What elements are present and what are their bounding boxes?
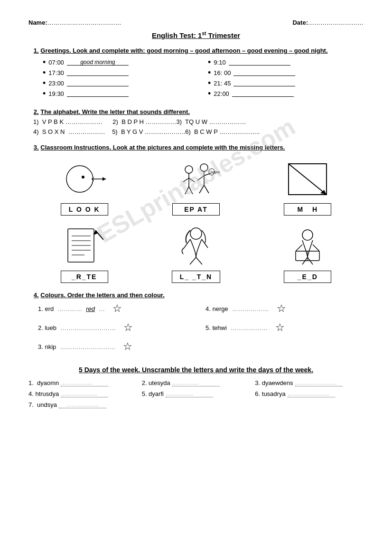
read-label: _E_D — [284, 271, 331, 283]
alpha-row-2: 4) S O X N ……………… 5) B Y G V ………………..6) … — [33, 128, 364, 135]
svg-line-19 — [189, 187, 193, 194]
greetings-right: • 9:10 • 16: 00 • 21: 45 • 22:00 — [208, 58, 364, 100]
day-item-tusadrya: 6. tusadrya …………………… — [255, 390, 364, 397]
colour-item-erd: 1. erd ………… red … ☆ — [38, 302, 187, 315]
write-label: _R_TE — [61, 271, 108, 283]
header-row: Name:……………………………… Date:……………………… — [28, 19, 364, 26]
svg-line-11 — [204, 185, 209, 193]
time-item-910: • 9:10 — [208, 58, 364, 66]
time-item-2145: • 21: 45 — [208, 79, 364, 87]
star-icon-2: ☆ — [123, 321, 133, 334]
picture-read: _E_D — [257, 225, 359, 283]
star-icon-3: ☆ — [123, 340, 132, 353]
picture-look: L O O K — [33, 158, 135, 216]
picture-match: M H — [257, 158, 359, 216]
time-item-1930: • 19:30 — [43, 89, 198, 98]
svg-line-8 — [197, 176, 204, 180]
listen-illustration — [170, 226, 222, 267]
colour-item-lueb: 2. lueb ……………………… ☆ — [38, 321, 187, 334]
day-item-dyaewdens: 3. dyaewdens …………………… — [255, 379, 364, 386]
section-classroom: 3. Classroom Instructions. Look at the p… — [28, 144, 364, 283]
classroom-title: 3. Classroom Instructions. Look at the p… — [28, 144, 364, 151]
svg-line-33 — [196, 257, 202, 264]
time-item-1600: • 16: 00 — [208, 68, 364, 77]
listen-label: L_ _T_N — [172, 271, 220, 283]
greetings-grid: • 07:00 good morning • 17:30 • 23:00 • 1… — [43, 58, 364, 100]
day-item-dyaomn: 1. dyaomn ……………… — [28, 379, 137, 386]
svg-point-0 — [66, 166, 93, 192]
match-label: M H — [284, 203, 331, 216]
read-illustration — [281, 226, 334, 267]
repeat-label: EP AT — [172, 203, 220, 216]
section-colours: 4. Colours. Order the letters and then c… — [28, 292, 364, 357]
picture-listen: L_ _T_N — [145, 225, 247, 283]
svg-line-18 — [185, 187, 189, 194]
page-title: English Test: 1st Trimester — [28, 31, 364, 39]
alpha-row-1: 1) V P B K ……………… 2) B D P H ……………3) TQ … — [33, 118, 364, 125]
greetings-title: 1. Greetings. Look and complete with: go… — [28, 47, 364, 54]
colour-item-tehwi: 5. tehwi ……………… ☆ — [205, 321, 354, 334]
alphabet-content: 1) V P B K ……………… 2) B D P H ……………3) TQ … — [33, 118, 364, 135]
day-item-dyarfi: 5. dyarfi ……………. — [142, 390, 251, 397]
colours-title: 4. Colours. Order the letters and then c… — [28, 292, 364, 299]
days-title: 5 Days of the week. Unscramble the lette… — [28, 366, 364, 374]
svg-line-37 — [296, 245, 302, 251]
section-alphabet: 2. The alphabet. Write the letter that s… — [28, 108, 364, 135]
time-item-0700: • 07:00 good morning — [43, 58, 198, 66]
look-label: L O O K — [61, 203, 108, 216]
svg-point-14 — [185, 166, 193, 173]
svg-line-32 — [190, 257, 196, 264]
time-item-2300: • 23:00 — [43, 79, 198, 87]
star-icon-5: ☆ — [275, 321, 285, 334]
picture-repeat: apple EP AT — [145, 158, 247, 216]
day-item-htrusdya: 4. htrusdya ………………… — [28, 390, 137, 397]
time-item-1730: • 17:30 — [43, 68, 198, 77]
star-icon-4: ☆ — [277, 302, 286, 315]
colour-item-nerge: 4. nerge ……………… ☆ — [205, 302, 354, 315]
name-field: Name:……………………………… — [28, 19, 121, 26]
svg-point-34 — [302, 230, 313, 240]
svg-line-38 — [313, 245, 319, 251]
star-icon-1: ☆ — [112, 302, 122, 315]
greetings-left: • 07:00 good morning • 17:30 • 23:00 • 1… — [43, 58, 198, 100]
repeat-illustration: apple — [170, 159, 222, 199]
svg-point-31 — [190, 228, 202, 239]
day-item-utesyda: 2. utesyda …………… — [142, 379, 251, 386]
write-illustration — [58, 226, 111, 267]
svg-line-17 — [189, 178, 195, 182]
days-grid: 1. dyaomn ……………… 2. utesyda …………… 3. dya… — [28, 379, 364, 397]
svg-line-10 — [199, 185, 204, 193]
svg-line-21 — [289, 164, 327, 195]
look-illustration — [58, 159, 111, 199]
svg-point-1 — [82, 176, 84, 179]
svg-point-6 — [200, 164, 208, 171]
section-greetings: 1. Greetings. Look and complete with: go… — [28, 47, 364, 100]
day-item-undsya: 7. undsya ………………. — [28, 401, 364, 408]
colour-item-nkip: 3. nkip ……………………… ☆ — [38, 340, 187, 353]
date-field: Date:……………………… — [292, 19, 364, 26]
picture-write: _R_TE — [33, 225, 135, 283]
section-days: 5 Days of the week. Unscramble the lette… — [28, 366, 364, 408]
svg-line-16 — [183, 178, 189, 182]
svg-text:apple: apple — [211, 170, 220, 174]
greetings-num: 1. — [34, 47, 39, 54]
time-item-2200: • 22:00 — [208, 89, 364, 98]
match-illustration — [281, 159, 334, 199]
pictures-grid: L O O K apple — [33, 158, 359, 283]
alphabet-title: 2. The alphabet. Write the letter that s… — [28, 108, 364, 115]
